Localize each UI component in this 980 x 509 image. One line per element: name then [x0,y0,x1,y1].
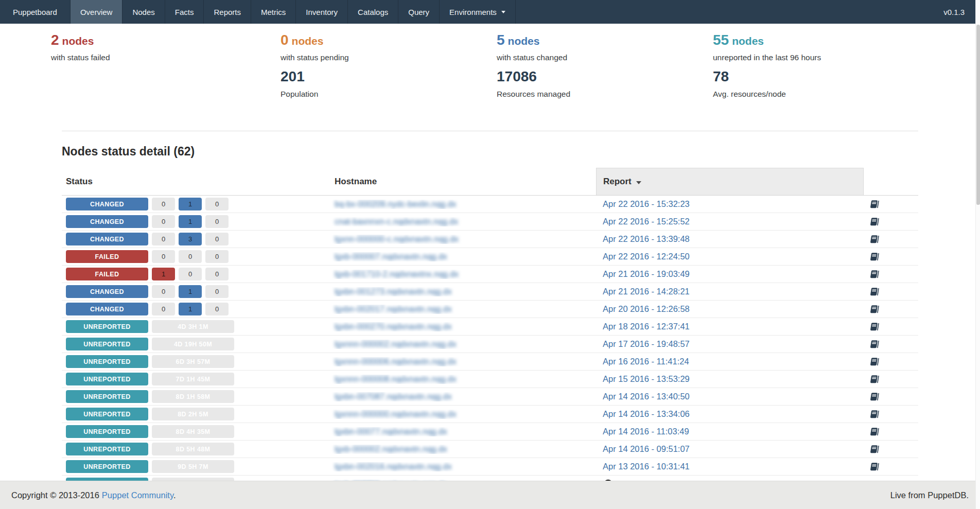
nav-item-nodes[interactable]: Nodes [122,0,165,24]
actions-cell [864,444,918,454]
report-book-icon[interactable] [869,409,879,419]
report-timestamp-link[interactable]: Apr 17 2016 - 19:48:57 [603,339,690,349]
stat-unreported-in-the-last-96-hours: 55nodesunreported in the last 96 hours [713,31,980,62]
report-timestamp-link[interactable]: Apr 15 2016 - 13:53:29 [603,374,690,384]
report-cell: Apr 17 2016 - 19:48:57 [596,339,864,349]
version-label: v0.1.3 [943,0,980,24]
report-book-icon[interactable] [869,357,879,367]
puppet-community-link[interactable]: Puppet Community [102,490,173,500]
stat-value: 78 [713,68,729,84]
report-timestamp-link[interactable]: Apr 22 2016 - 12:24:50 [603,252,690,261]
report-timestamp-link[interactable]: Apr 18 2016 - 12:37:41 [603,322,690,331]
stat-avg-resources-node: 78Avg. resources/node [713,67,980,99]
hostname-cell: lgxbn-00077.nqdxnaxtn.nqg.dx [329,427,596,436]
hostname-link-redacted[interactable]: lgxnn-000000-c.nqdxnaxtn.nqg.dx [335,235,459,243]
hostname-cell: bq-bx-000209.nydc-bexlin.nqg.dx [329,200,596,209]
hostname-link-redacted[interactable]: lgxb-000002.nqdxnaxtn.nqg.dx [335,445,447,453]
status-badge-unreported: UNREPORTED [66,373,148,385]
hostname-link-redacted[interactable]: lgxnnn-000002.nqdxnaxtn.nqg.dx [335,340,457,348]
report-book-icon[interactable] [869,234,879,244]
report-timestamp-link[interactable]: Apr 13 2016 - 10:31:41 [603,462,690,471]
col-header-report[interactable]: Report [596,168,864,195]
event-count-chip-default: 0 [205,250,229,263]
event-count-chip-default: 0 [152,250,175,263]
report-timestamp-link[interactable]: Apr 22 2016 - 13:39:48 [603,234,690,244]
hostname-link-redacted[interactable]: bq-bx-000209.nydc-bexlin.nqg.dx [335,200,457,208]
hostname-link-redacted[interactable]: cnat-baxnnxn-c.nqdxnaxtn.nqg.dx [335,217,458,226]
event-count-chip-default: 0 [152,285,175,298]
report-book-icon[interactable] [869,199,879,209]
hostname-link-redacted[interactable]: lgxb-001710-2.nqdxnaxtnx.nqg.dx [335,270,459,278]
hostname-link-redacted[interactable]: lgxbn-000270.nqdxnaxtn.nqg.dx [335,322,452,331]
status-badge-unreported: UNREPORTED [66,390,148,403]
report-book-icon[interactable] [869,374,879,384]
scrollbar-thumb[interactable] [976,25,980,205]
col-header-hostname[interactable]: Hostname [329,168,596,195]
status-cell: FAILED100 [62,268,329,280]
nav-item-metrics[interactable]: Metrics [251,0,296,24]
nav-item-reports[interactable]: Reports [204,0,251,24]
hostname-link-redacted[interactable]: lgxbn-00077.nqdxnaxtn.nqg.dx [335,427,447,436]
actions-cell [864,304,918,314]
report-book-icon[interactable] [869,252,879,262]
stats-grid: 2nodeswith status failed0nodeswith statu… [51,31,980,104]
copyright-text: Copyright © 2013-2016 [11,490,99,500]
report-cell: Apr 22 2016 - 12:24:50 [596,252,864,261]
vertical-scrollbar[interactable] [975,0,980,509]
stat-resources-managed: 17086Resources managed [497,67,713,99]
report-timestamp-link[interactable]: Apr 22 2016 - 15:25:52 [603,217,690,226]
nav-item-inventory[interactable]: Inventory [296,0,348,24]
stat-label: with status changed [497,53,713,62]
report-timestamp-link[interactable]: Apr 21 2016 - 14:28:21 [603,287,690,296]
hostname-cell: lgxbn-001273.nqdxnaxtn.nqg.dx [329,287,596,296]
nav-item-query[interactable]: Query [398,0,440,24]
report-book-icon[interactable] [869,269,879,279]
report-book-icon[interactable] [869,322,879,332]
nav-item-catalogs[interactable]: Catalogs [348,0,398,24]
actions-cell [864,357,918,367]
hostname-link-redacted[interactable]: lgxbn-002017.nqdxnaxtn.nqg.dx [335,305,452,313]
stat-with-status-failed: 2nodeswith status failed [51,31,281,62]
report-cell: Apr 22 2016 - 13:39:48 [596,234,864,244]
hostname-link-redacted[interactable]: lgxb-000007.nqdxnaxtn.nqg.dx [335,252,447,261]
event-count-chip-default: 0 [179,250,202,263]
hostname-cell: lgxb-001710-2.nqdxnaxtnx.nqg.dx [329,270,596,279]
report-book-icon[interactable] [869,392,879,402]
report-timestamp-link[interactable]: Apr 14 2016 - 09:51:07 [603,444,690,454]
hostname-link-redacted[interactable]: lgxnnn-000008.nqdxnaxtn.nqg.dx [335,375,457,383]
report-timestamp-link[interactable]: Apr 21 2016 - 19:03:49 [603,269,690,279]
hostname-link-redacted[interactable]: lgxbn-007087.nqdxnaxtn.nqg.dx [335,392,452,401]
report-book-icon[interactable] [869,462,879,472]
report-book-icon[interactable] [869,287,879,297]
nodes-table: Status Hostname Report CHANGED010bq-bx-0… [62,168,918,493]
sort-descending-caret-icon [636,181,641,184]
report-timestamp-link[interactable]: Apr 14 2016 - 13:40:50 [603,392,690,401]
report-timestamp-link[interactable]: Apr 20 2016 - 12:26:58 [603,304,690,314]
report-timestamp-link[interactable]: Apr 22 2016 - 15:32:23 [603,199,690,209]
actions-cell [864,287,918,297]
report-book-icon[interactable] [869,217,879,227]
status-cell: UNREPORTED8D 1H 58M [62,390,329,403]
hostname-link-redacted[interactable]: lgxbn-001273.nqdxnaxtn.nqg.dx [335,287,452,296]
report-book-icon[interactable] [869,444,879,454]
report-timestamp-link[interactable]: Apr 14 2016 - 13:34:06 [603,409,690,419]
hostname-link-redacted[interactable]: lgxnnn-000000.nqdxnaxtn.nqg.dx [335,410,457,418]
hostname-link-redacted[interactable]: lgxbn-002016.nqdxnaxtn.nqg.dx [335,462,452,471]
actions-cell [864,269,918,279]
col-header-status[interactable]: Status [62,168,329,195]
report-book-icon[interactable] [869,427,879,437]
stat-suffix: nodes [62,35,94,47]
nav-item-puppetboard[interactable]: Puppetboard [0,0,71,24]
hostname-cell: lgxnnn-000008.nqdxnaxtn.nqg.dx [329,375,596,384]
nav-item-environments[interactable]: Environments [440,0,516,24]
report-book-icon[interactable] [869,304,879,314]
stat-with-status-pending: 0nodeswith status pending [281,31,497,62]
report-book-icon[interactable] [869,339,879,349]
nav-item-facts[interactable]: Facts [165,0,204,24]
nav-item-label: Nodes [132,8,154,16]
nav-item-overview[interactable]: Overview [71,0,123,24]
hostname-link-redacted[interactable]: lgxnnn-000006.nqdxnaxtn.nqg.dx [335,357,457,366]
table-row: UNREPORTED9D 5H 7Mlgxbn-002016.nqdxnaxtn… [62,458,918,476]
report-timestamp-link[interactable]: Apr 16 2016 - 11:41:24 [603,357,689,366]
report-timestamp-link[interactable]: Apr 14 2016 - 11:03:49 [603,427,689,436]
